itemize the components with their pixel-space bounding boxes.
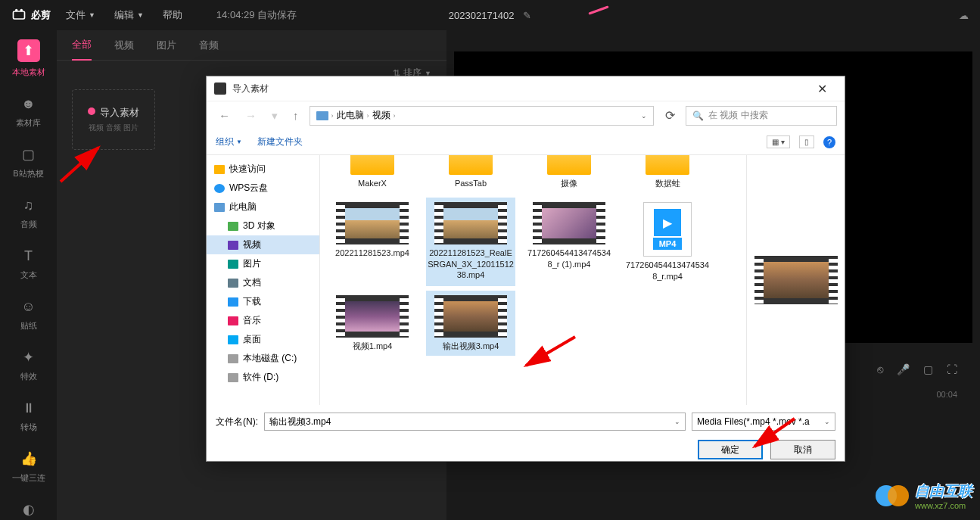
- folder-icon: [214, 165, 225, 174]
- text-icon: T: [20, 247, 38, 265]
- folder-item[interactable]: 数据蛙: [623, 155, 712, 193]
- svg-rect-0: [14, 11, 25, 19]
- sidebar-item-filter[interactable]: ◐ 滤镜: [6, 500, 51, 520]
- file-item[interactable]: 202211281523_RealESRGAN_3X_1201151238.mp…: [426, 198, 515, 286]
- app-logo: 必剪: [11, 8, 51, 23]
- chevron-down-icon[interactable]: ⌄: [641, 112, 647, 120]
- music-icon: ♫: [20, 196, 38, 214]
- file-item[interactable]: ▶MP47172604544134745348_r.mp4: [623, 198, 712, 286]
- sidebar-item-triple[interactable]: 👍 一键三连: [6, 450, 51, 484]
- preview-pane-button[interactable]: ▯: [799, 135, 814, 148]
- chevron-down-icon: ▼: [89, 11, 95, 19]
- dialog-app-icon: [214, 83, 226, 95]
- tab-audio[interactable]: 音频: [199, 31, 219, 60]
- accent-decoration: [588, 5, 608, 14]
- sidebar-item-audio[interactable]: ♫ 音频: [6, 196, 51, 230]
- file-item[interactable]: 7172604544134745348_r (1).mp4: [524, 198, 614, 286]
- tab-video[interactable]: 视频: [114, 31, 134, 60]
- sidebar-item-effects[interactable]: ✦ 特效: [6, 348, 51, 382]
- tab-all[interactable]: 全部: [72, 30, 92, 61]
- tree-item[interactable]: 图片: [207, 254, 319, 273]
- sticker-icon: ☺: [20, 297, 38, 316]
- chevron-right-icon: ›: [367, 112, 369, 120]
- tab-image[interactable]: 图片: [157, 31, 176, 60]
- crop-icon[interactable]: ⛶: [947, 363, 957, 375]
- folder-icon: [228, 241, 238, 250]
- file-item[interactable]: 视频1.mp4: [328, 291, 417, 356]
- folder-icon: [228, 297, 238, 307]
- menu-edit[interactable]: 编辑▼: [114, 8, 144, 22]
- menu-file[interactable]: 文件▼: [66, 8, 95, 22]
- tree-item[interactable]: 此电脑: [207, 198, 319, 216]
- breadcrumb[interactable]: › 此电脑 › 视频 › ⌄: [310, 106, 655, 126]
- folder-item[interactable]: MakerX: [328, 155, 417, 193]
- folder-icon: [228, 335, 238, 344]
- tree-item[interactable]: 下载: [207, 292, 319, 311]
- folder-icon: [214, 203, 225, 212]
- refresh-button[interactable]: ⟳: [660, 108, 680, 123]
- edit-icon[interactable]: ✎: [523, 10, 531, 21]
- ok-button[interactable]: 确定: [698, 440, 763, 459]
- nav-forward-button[interactable]: →: [241, 109, 261, 122]
- close-button[interactable]: ✕: [807, 78, 837, 99]
- sidebar-item-local[interactable]: ⬆ 本地素材: [6, 39, 51, 78]
- preview-pane: [746, 155, 845, 405]
- cancel-button[interactable]: 取消: [770, 440, 835, 459]
- tree-item[interactable]: 快速访问: [207, 160, 319, 179]
- chevron-down-icon[interactable]: ⌄: [674, 418, 680, 425]
- transition-icon: ⏸: [20, 399, 38, 417]
- plus-icon: [88, 107, 95, 115]
- video-thumbnail: [434, 202, 507, 244]
- tree-item[interactable]: 音乐: [207, 311, 319, 330]
- content-tabs: 全部 视频 图片 音频: [57, 30, 446, 61]
- search-input[interactable]: 🔍 在 视频 中搜索: [686, 106, 837, 126]
- menu-help[interactable]: 帮助: [163, 8, 182, 22]
- view-mode-button[interactable]: ▦ ▾: [767, 135, 790, 148]
- svg-point-2: [20, 9, 23, 11]
- folder-item[interactable]: 摄像: [524, 155, 614, 193]
- folder-icon: [449, 155, 493, 175]
- filename-input[interactable]: 输出视频3.mp4 ⌄: [264, 413, 686, 431]
- video-thumbnail: [434, 295, 507, 338]
- tree-item[interactable]: 桌面: [207, 330, 319, 349]
- save-icon[interactable]: ☁: [959, 10, 969, 21]
- filetype-select[interactable]: Media Files(*.mp4 *.mov *.a ⌄: [692, 413, 835, 431]
- sidebar-item-library[interactable]: ☻ 素材库: [6, 95, 51, 129]
- dialog-titlebar: 导入素材 ✕: [207, 76, 845, 101]
- dialog-body: 快速访问WPS云盘此电脑3D 对象视频图片文档下载音乐桌面本地磁盘 (C:)软件…: [207, 155, 845, 405]
- tree-item[interactable]: 视频: [207, 235, 319, 254]
- sidebar-item-transition[interactable]: ⏸ 转场: [6, 399, 51, 433]
- tree-item[interactable]: WPS云盘: [207, 179, 319, 198]
- watermark-icon: [874, 478, 910, 514]
- chevron-right-icon: ›: [331, 112, 334, 120]
- bilibili-icon: ▢: [20, 145, 38, 163]
- organize-button[interactable]: 组织▼: [216, 135, 242, 148]
- mic-icon[interactable]: 🎤: [897, 363, 910, 375]
- sidebar-item-bilibili[interactable]: ▢ B站热梗: [6, 145, 51, 179]
- import-material-box[interactable]: 导入素材 视频 音频 图片: [72, 89, 155, 150]
- sidebar-item-sticker[interactable]: ☺ 贴纸: [6, 297, 51, 332]
- folder-icon: [228, 316, 238, 325]
- nav-up-button[interactable]: ↑: [288, 109, 303, 122]
- tree-item[interactable]: 软件 (D:): [207, 368, 319, 387]
- filename-label: 文件名(N):: [216, 416, 258, 428]
- nav-recent-button[interactable]: ▾: [267, 109, 282, 123]
- tree-item[interactable]: 文档: [207, 273, 319, 292]
- file-item[interactable]: 202211281523.mp4: [328, 198, 417, 286]
- camera-icon[interactable]: ▢: [923, 363, 933, 375]
- logo-icon: [11, 8, 26, 23]
- nav-back-button[interactable]: ←: [214, 109, 235, 122]
- help-icon[interactable]: ?: [823, 136, 835, 148]
- cut-icon[interactable]: ⎋: [877, 363, 883, 375]
- autosave-status: 14:04:29 自动保存: [216, 8, 297, 22]
- sidebar-item-text[interactable]: T 文本: [6, 247, 51, 281]
- folder-icon: [228, 222, 238, 231]
- folder-item[interactable]: PassTab: [426, 155, 515, 193]
- file-item[interactable]: 输出视频3.mp4: [426, 291, 515, 356]
- folder-icon: [547, 155, 591, 175]
- tree-item[interactable]: 本地磁盘 (C:): [207, 349, 319, 368]
- newfolder-button[interactable]: 新建文件夹: [257, 135, 303, 148]
- chevron-down-icon: ▼: [137, 11, 144, 19]
- thumbs-icon: 👍: [20, 450, 38, 468]
- tree-item[interactable]: 3D 对象: [207, 216, 319, 235]
